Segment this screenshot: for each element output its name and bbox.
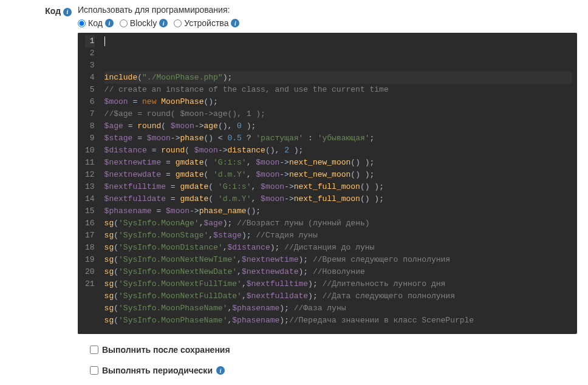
radio-blockly-label: Blockly <box>130 18 157 28</box>
line-number: 7 <box>85 108 95 120</box>
code-line[interactable]: sg('SysInfo.MoonPhaseName',$phasename); … <box>104 302 572 315</box>
radio-code[interactable]: Код i <box>78 18 114 28</box>
info-icon[interactable]: i <box>231 19 239 27</box>
checkbox-run-after-save-label[interactable]: Выполнить после сохранения <box>102 345 230 355</box>
line-number: 18 <box>85 242 95 254</box>
radio-blockly-input[interactable] <box>120 19 128 27</box>
line-number: 12 <box>85 169 95 181</box>
line-number: 11 <box>85 157 95 169</box>
radio-devices[interactable]: Устройства i <box>174 18 239 28</box>
code-line[interactable]: $nextfulldate = gmdate( 'd.m.Y', $moon->… <box>104 193 572 205</box>
field-label-code: Код i <box>11 5 78 16</box>
code-line[interactable]: $moon = new MoonPhase(); <box>104 96 572 108</box>
code-line[interactable]: $nextnewtime = gmdate( 'G:i:s', $moon->n… <box>104 157 572 169</box>
code-line[interactable]: sg('SysInfo.MoonNextFullDate',$nextfulld… <box>104 290 572 302</box>
info-icon[interactable]: i <box>63 8 72 16</box>
code-line[interactable]: sg('SysInfo.MoonNextFullTime',$nextfullt… <box>104 278 572 290</box>
code-line[interactable]: sg('SysInfo.MoonStage',$stage); //Стадия… <box>104 230 572 242</box>
code-line[interactable]: sg('SysInfo.MoonNextNewTime',$nextnewtim… <box>104 254 572 266</box>
code-line[interactable]: $nextfulltime = gmdate( 'G:i:s', $moon->… <box>104 181 572 193</box>
code-line[interactable]: sg('SysInfo.MoonPhaseName',$phasename);/… <box>104 315 572 327</box>
line-number: 3 <box>85 60 95 72</box>
radio-code-input[interactable] <box>78 19 86 27</box>
line-number: 6 <box>85 96 95 108</box>
checkbox-run-periodically-label[interactable]: Выполнять периодически <box>102 366 213 375</box>
info-icon[interactable]: i <box>159 19 168 27</box>
line-number: 10 <box>85 145 95 157</box>
code-line[interactable]: sg('SysInfo.MoonDistance',$distance); //… <box>104 242 572 254</box>
info-icon[interactable]: i <box>216 366 225 375</box>
radio-group: Код i Blockly i Устройства i <box>78 18 577 28</box>
code-editor[interactable]: 123456789101112131415161718192021 includ… <box>78 33 577 334</box>
code-line[interactable]: sg('SysInfo.MoonAge',$age); //Возраст лу… <box>104 217 572 230</box>
code-line[interactable]: $phasename = $moon->phase_name(); <box>104 205 572 217</box>
line-gutter: 123456789101112131415161718192021 <box>78 33 100 334</box>
code-line[interactable]: $stage = $moon->phase() < 0.5 ? 'растуща… <box>104 132 572 145</box>
line-number: 20 <box>85 266 95 278</box>
line-number: 5 <box>85 84 95 96</box>
line-number: 14 <box>85 193 95 205</box>
radio-devices-input[interactable] <box>174 19 182 27</box>
radio-blockly[interactable]: Blockly i <box>120 18 168 28</box>
line-number: 13 <box>85 181 95 193</box>
radio-code-label: Код <box>88 18 103 28</box>
text-cursor <box>104 36 105 46</box>
radio-devices-label: Устройства <box>184 18 228 28</box>
line-number: 19 <box>85 254 95 266</box>
code-line[interactable]: sg('SysInfo.MoonNextNewDate',$nextnewdat… <box>104 266 572 278</box>
label-text: Код <box>45 6 61 16</box>
line-number: 8 <box>85 120 95 132</box>
checkbox-run-after-save[interactable] <box>90 346 98 354</box>
line-number: 9 <box>85 132 95 145</box>
checkbox-run-periodically[interactable] <box>90 366 98 375</box>
code-line[interactable]: // create an instance of the class, and … <box>104 84 572 96</box>
line-number: 2 <box>85 47 95 60</box>
line-number: 1 <box>85 35 95 47</box>
code-line[interactable]: include("./MoonPhase.php"); <box>104 72 572 84</box>
code-line[interactable]: $distance = round( $moon->distance(), 2 … <box>104 145 572 157</box>
code-line[interactable]: $age = round( $moon->age(), 0 ); <box>104 120 572 132</box>
code-area[interactable]: include("./MoonPhase.php");// create an … <box>100 33 577 334</box>
programming-hint: Использовать для программирования: <box>78 5 577 15</box>
line-number: 17 <box>85 230 95 242</box>
line-number: 21 <box>85 278 95 290</box>
code-line[interactable]: //$age = round( $moon->age(), 1 ); <box>104 108 572 120</box>
line-number: 15 <box>85 205 95 217</box>
info-icon[interactable]: i <box>105 19 114 27</box>
line-number: 16 <box>85 217 95 230</box>
line-number: 4 <box>85 72 95 84</box>
code-line[interactable]: $nextnewdate = gmdate( 'd.m.Y', $moon->n… <box>104 169 572 181</box>
